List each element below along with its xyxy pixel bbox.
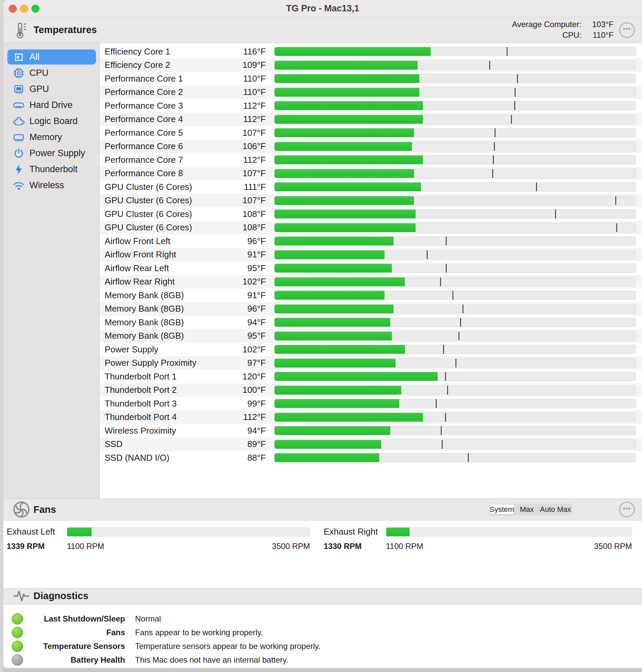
ellipsis-icon: ••• bbox=[623, 505, 631, 513]
sensor-temperature: 112°F bbox=[232, 155, 266, 165]
sensor-row: Performance Core 5107°F bbox=[100, 126, 642, 140]
sensor-temperature: 112°F bbox=[232, 412, 266, 422]
sidebar-item-cpu[interactable]: CPU bbox=[7, 66, 96, 80]
fan-icon bbox=[13, 501, 30, 518]
temperature-bar bbox=[274, 196, 636, 205]
temperature-bar bbox=[274, 413, 636, 422]
temperature-bar-fill bbox=[274, 440, 381, 449]
fan-current-rpm: 1339 RPM bbox=[7, 542, 67, 551]
temperature-bar-fill bbox=[274, 169, 414, 178]
sensor-row: Efficiency Core 2109°F bbox=[100, 59, 642, 72]
temperature-bar bbox=[274, 61, 636, 70]
sidebar-item-label: Wireless bbox=[29, 180, 64, 191]
sidebar-item-memory[interactable]: Memory bbox=[7, 130, 96, 145]
temperature-threshold-tick bbox=[489, 61, 490, 69]
sensor-temperature: 107°F bbox=[232, 168, 266, 179]
sidebar-item-wireless[interactable]: Wireless bbox=[7, 178, 96, 193]
fan-min-rpm: 1100 RPM bbox=[67, 542, 104, 551]
temperature-bar-fill bbox=[274, 142, 412, 151]
temperature-bar-fill bbox=[274, 345, 405, 354]
thunderbolt-icon bbox=[12, 164, 25, 175]
fan-name: Exhaust Right bbox=[324, 527, 386, 537]
power-supply-icon bbox=[12, 148, 25, 158]
sensor-temperature: 112°F bbox=[232, 101, 266, 111]
temperature-bar bbox=[274, 115, 636, 124]
sidebar-item-all[interactable]: All bbox=[7, 50, 96, 65]
temperature-bar-fill bbox=[274, 372, 438, 381]
sensor-row: Memory Bank (8GB)95°F bbox=[100, 329, 642, 343]
sensor-row: Power Supply Proximity97°F bbox=[100, 357, 642, 370]
temperature-bar bbox=[274, 263, 636, 273]
temperature-threshold-tick bbox=[459, 332, 460, 340]
fan-rpm-bar-fill bbox=[386, 528, 410, 536]
title-bar: TG Pro - Mac13,1 bbox=[3, 0, 642, 17]
sensor-temperature: 107°F bbox=[232, 195, 266, 206]
temperature-bar bbox=[274, 318, 636, 327]
fan-mode-auto-max[interactable]: Auto Max bbox=[539, 504, 572, 515]
sidebar-item-thunderbolt[interactable]: Thunderbolt bbox=[7, 162, 96, 177]
temperature-bar-fill bbox=[274, 277, 405, 286]
sensor-name: Airflow Rear Left bbox=[105, 263, 232, 273]
sensor-name: Performance Core 3 bbox=[105, 101, 232, 111]
sensor-name: Efficiency Core 1 bbox=[105, 47, 232, 57]
sensor-row: GPU Cluster (6 Cores)108°F bbox=[100, 221, 642, 235]
gpu-icon bbox=[12, 84, 25, 94]
sensor-row: GPU Cluster (6 Cores)111°F bbox=[100, 180, 642, 194]
sensor-row: Airflow Rear Left95°F bbox=[100, 261, 642, 275]
temperature-bar-fill bbox=[274, 413, 423, 422]
temperature-bar bbox=[274, 331, 636, 341]
sensor-name: SSD (NAND I/O) bbox=[105, 453, 232, 463]
temperature-bar bbox=[274, 399, 636, 408]
cpu-icon bbox=[12, 68, 25, 79]
temperature-threshold-tick bbox=[615, 196, 616, 205]
temperature-bar-fill bbox=[274, 332, 392, 340]
sensor-name: SSD bbox=[105, 439, 232, 449]
temperature-bar-fill bbox=[274, 155, 423, 164]
sensor-name: Thunderbolt Port 1 bbox=[105, 372, 232, 382]
fan-mode-system[interactable]: System bbox=[489, 504, 514, 515]
temperature-bar bbox=[274, 182, 636, 192]
temperatures-options-button[interactable]: ••• bbox=[619, 22, 635, 38]
sidebar-item-gpu[interactable]: GPU bbox=[7, 81, 96, 96]
diagnostic-row: Last Shutdown/SleepNormal bbox=[3, 612, 642, 625]
temperature-threshold-tick bbox=[460, 318, 461, 327]
sensor-temperature: 102°F bbox=[232, 344, 266, 355]
temperature-threshold-tick bbox=[445, 372, 446, 381]
fan-rpm-bar bbox=[67, 527, 310, 537]
diagnostic-value: Normal bbox=[135, 614, 161, 623]
sensor-temperature: 110°F bbox=[232, 87, 266, 97]
sensor-row: Performance Core 3112°F bbox=[100, 99, 642, 113]
sidebar-item-hard-drive[interactable]: Hard Drive bbox=[7, 98, 96, 113]
temperature-threshold-tick bbox=[446, 264, 447, 272]
sensor-row: Wireless Proximity94°F bbox=[100, 424, 642, 438]
temperature-bar-fill bbox=[274, 101, 423, 110]
status-dot-gray bbox=[12, 654, 23, 665]
sensor-temperature: 100°F bbox=[232, 385, 266, 395]
sensor-temperature: 96°F bbox=[232, 303, 266, 314]
sidebar-item-logic-board[interactable]: Logic Board bbox=[7, 114, 96, 129]
temperature-bar bbox=[274, 169, 636, 178]
background-window-edge: eoeseieiv bbox=[0, 0, 3, 672]
sensor-temperature: 95°F bbox=[232, 263, 266, 273]
sensor-temperature: 102°F bbox=[232, 276, 266, 287]
fan-gauge-exhaust-left: Exhaust Left1339 RPM1100 RPM3500 RPM bbox=[7, 527, 310, 551]
temperature-bar bbox=[274, 440, 636, 449]
sensor-temperature: 99°F bbox=[232, 399, 266, 409]
fan-mode-max[interactable]: Max bbox=[515, 504, 539, 515]
temperature-bar-fill bbox=[274, 74, 419, 83]
temperature-bar-fill bbox=[274, 183, 421, 191]
temperature-bar-fill bbox=[274, 128, 414, 137]
cpu-average-label: CPU: bbox=[512, 30, 581, 40]
temperature-bar-fill bbox=[274, 196, 414, 205]
temperature-bar-fill bbox=[274, 250, 385, 259]
sensor-temperature: 108°F bbox=[232, 209, 266, 219]
temperature-threshold-tick bbox=[494, 142, 495, 151]
sidebar-item-power-supply[interactable]: Power Supply bbox=[7, 146, 96, 161]
sidebar-item-label: GPU bbox=[29, 84, 49, 94]
temperature-bar-fill bbox=[274, 115, 423, 124]
fans-options-button[interactable]: ••• bbox=[619, 502, 635, 517]
temperature-bar bbox=[274, 209, 636, 219]
fan-rpm-bar-fill bbox=[67, 528, 92, 536]
fan-name: Exhaust Left bbox=[7, 527, 67, 537]
sensor-temperature: 94°F bbox=[232, 426, 266, 436]
